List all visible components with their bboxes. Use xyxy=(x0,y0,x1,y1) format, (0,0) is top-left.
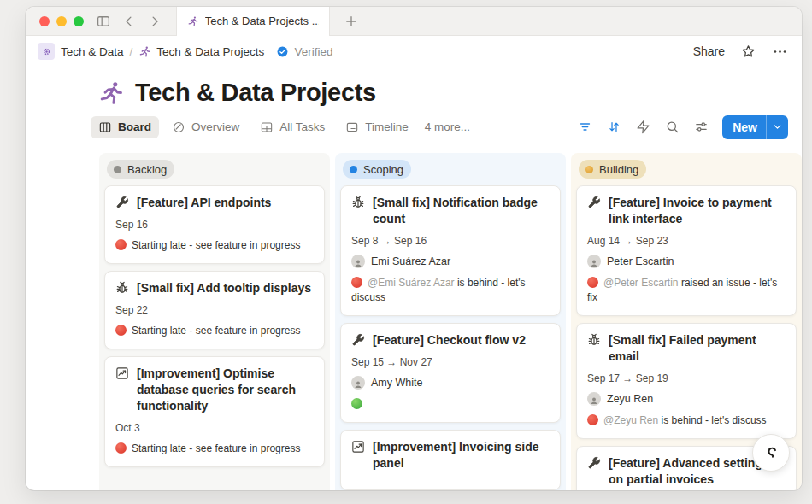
assignee-name: Peter Escartin xyxy=(607,255,674,267)
sidebar-toggle-icon[interactable] xyxy=(96,14,111,29)
chart-icon xyxy=(115,366,129,380)
task-card[interactable]: [Feature] Checkout flow v2 Sep 15 → Nov … xyxy=(340,323,561,423)
table-icon xyxy=(260,120,274,134)
card-title: [Small fix] Failed payment email xyxy=(609,332,786,365)
sort-icon[interactable] xyxy=(603,116,625,138)
more-views-button[interactable]: 4 more... xyxy=(425,120,470,133)
automation-bolt-icon[interactable] xyxy=(632,116,654,138)
tab-all-tasks[interactable]: All Tasks xyxy=(252,116,332,138)
bug-icon xyxy=(587,333,601,347)
page-title: Tech & Data Projects xyxy=(135,79,376,107)
chevron-down-icon[interactable] xyxy=(766,115,788,139)
task-card[interactable]: [Improvement] Optimise database queries … xyxy=(104,356,325,467)
titlebar: Tech & Data Projects ... xyxy=(26,7,802,36)
new-button-label: New xyxy=(722,120,766,134)
favorite-star-icon[interactable] xyxy=(740,44,756,60)
card-date: Aug 14 → Sep 23 xyxy=(587,235,786,247)
page-label: Tech & Data Projects xyxy=(156,45,264,58)
card-date: Sep 22 xyxy=(115,304,314,316)
close-button[interactable] xyxy=(39,16,50,26)
task-card[interactable]: [Small fix] Notification badge count Sep… xyxy=(340,185,561,316)
status-dot-icon xyxy=(350,166,357,173)
runner-icon xyxy=(187,15,199,27)
forward-icon[interactable] xyxy=(147,14,162,29)
column-name: Building xyxy=(599,163,638,176)
task-card[interactable]: [Small fix] Add tooltip displays Sep 22 … xyxy=(104,271,325,349)
tab-board[interactable]: Board xyxy=(91,116,159,138)
card-date: Sep 17 → Sep 19 xyxy=(587,372,786,384)
verified-badge[interactable]: Verified xyxy=(276,45,332,58)
filter-icon[interactable] xyxy=(574,116,596,138)
red-dot-icon xyxy=(115,442,127,454)
ai-assistant-button[interactable] xyxy=(752,434,790,472)
red-dot-icon xyxy=(115,239,127,250)
avatar xyxy=(351,376,365,390)
status-text: is behind - let's discuss xyxy=(658,414,766,426)
card-status: @Zeyu Ren is behind - let's discuss xyxy=(587,413,786,428)
wrench-icon xyxy=(587,196,601,209)
share-button[interactable]: Share xyxy=(693,44,725,58)
overview-icon xyxy=(172,120,185,134)
column-header-building[interactable]: Building xyxy=(579,160,646,179)
browser-tab[interactable]: Tech & Data Projects ... xyxy=(176,7,330,36)
minimize-button[interactable] xyxy=(56,16,67,26)
column-header-backlog[interactable]: Backlog xyxy=(107,160,174,179)
board-icon xyxy=(98,120,112,134)
card-date: Sep 8 → Sep 16 xyxy=(351,235,550,247)
runner-icon xyxy=(97,79,125,107)
card-assignee: Peter Escartin xyxy=(587,255,786,268)
card-status xyxy=(351,397,550,412)
bug-icon xyxy=(115,281,129,295)
tab-overview[interactable]: Overview xyxy=(164,116,247,138)
column-name: Backlog xyxy=(127,163,167,176)
card-assignee: Emi Suárez Azar xyxy=(351,255,550,268)
red-dot-icon xyxy=(587,277,598,288)
card-status: Starting late - see feature in progress xyxy=(115,442,314,456)
more-options-icon[interactable] xyxy=(772,44,788,60)
wrench-icon xyxy=(587,456,601,470)
red-dot-icon xyxy=(115,325,127,336)
breadcrumb-separator: / xyxy=(130,45,133,58)
card-title: [Feature] API endpoints xyxy=(137,195,314,211)
views-toolbar: Board Overview All Tasks Timeline 4 more… xyxy=(26,110,802,144)
view-settings-icon[interactable] xyxy=(690,116,712,138)
gear-icon xyxy=(38,43,55,60)
assignee-name: Amy White xyxy=(371,377,422,389)
new-tab-icon[interactable] xyxy=(344,14,359,29)
breadcrumb-workspace[interactable]: Tech & Data xyxy=(38,43,124,60)
red-dot-icon xyxy=(587,414,598,425)
back-icon[interactable] xyxy=(121,14,137,29)
status-dot-icon xyxy=(114,166,121,173)
card-title: [Improvement] Optimise database queries … xyxy=(137,366,314,414)
wrench-icon xyxy=(115,196,129,209)
verified-label: Verified xyxy=(294,45,332,58)
card-title: [Feature] Invoice to payment link interf… xyxy=(609,195,786,227)
tab-label: Timeline xyxy=(365,120,409,133)
status-text: Starting late - see feature in progress xyxy=(132,325,300,337)
tab-label: Board xyxy=(118,120,151,133)
app-window: Tech & Data Projects ... Tech & Data / T… xyxy=(26,7,802,490)
card-status: Starting late - see feature in progress xyxy=(115,324,314,338)
breadcrumb-page[interactable]: Tech & Data Projects xyxy=(138,45,264,58)
task-card[interactable]: [Feature] Invoice to payment link interf… xyxy=(576,185,797,316)
search-icon[interactable] xyxy=(661,116,683,138)
red-dot-icon xyxy=(351,277,362,288)
bug-icon xyxy=(351,196,365,209)
avatar xyxy=(587,255,601,268)
task-card[interactable]: [Improvement] Invoicing side panel xyxy=(340,430,561,490)
status-mention: @Zeyu Ren xyxy=(603,414,658,426)
status-mention: @Emi Suárez Azar xyxy=(368,277,455,289)
tab-timeline[interactable]: Timeline xyxy=(338,116,416,138)
new-button[interactable]: New xyxy=(722,115,788,139)
card-title: [Improvement] Invoicing side panel xyxy=(373,439,550,472)
task-card[interactable]: [Small fix] Failed payment email Sep 17 … xyxy=(576,323,797,439)
desktop-background: Tech & Data Projects ... Tech & Data / T… xyxy=(0,0,812,504)
card-title: [Small fix] Add tooltip displays xyxy=(137,280,314,296)
zoom-button[interactable] xyxy=(74,16,84,26)
runner-icon xyxy=(138,45,151,58)
ai-face-icon xyxy=(761,442,781,463)
task-card[interactable]: [Feature] API endpoints Sep 16 Starting … xyxy=(104,185,325,264)
status-mention: @Peter Escartin xyxy=(603,277,679,289)
column-header-scoping[interactable]: Scoping xyxy=(343,160,411,179)
tab-label: Overview xyxy=(191,120,239,133)
